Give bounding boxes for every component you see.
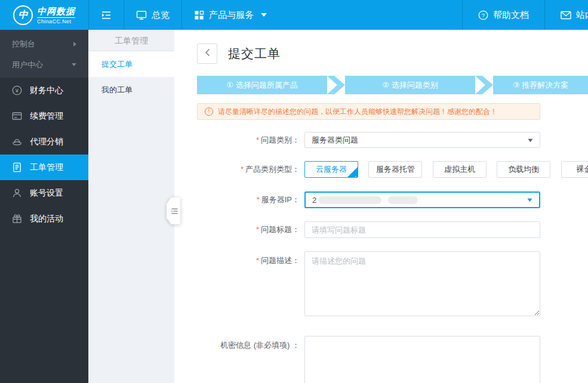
caret-down-icon bbox=[261, 13, 267, 17]
sidebar-item-user-center[interactable]: 用户中心 bbox=[0, 54, 88, 75]
required-mark: * bbox=[257, 195, 260, 204]
envelope-icon bbox=[561, 11, 571, 20]
sidebar-item-account[interactable]: 账号设置 bbox=[0, 180, 88, 206]
sidebar-top-section: 控制台 用户中心 bbox=[0, 30, 88, 78]
product-type-button-bare-metal[interactable]: 裸金属 bbox=[561, 161, 588, 178]
caret-down-icon: ▼ bbox=[527, 137, 534, 143]
sidebar-item-agent[interactable]: 代理分销 bbox=[0, 129, 88, 155]
primary-sidebar: 控制台 用户中心 ¥ 财务中心 bbox=[0, 30, 88, 383]
nav-item-overview[interactable]: 总览 bbox=[124, 0, 181, 30]
page-head: 提交工单 bbox=[197, 44, 281, 64]
notice-text: 请尽量清晰详尽的描述您的问题，以便工作人员能够快速帮您解决问题！感谢您的配合！ bbox=[218, 107, 497, 117]
brand[interactable]: 中 中网数据 ChinaCC.Net bbox=[0, 0, 88, 30]
notice-banner: ! 请尽量清晰详尽的描述您的问题，以便工作人员能够快速帮您解决问题！感谢您的配合… bbox=[197, 103, 540, 120]
document-icon bbox=[12, 162, 22, 172]
required-mark: * bbox=[256, 135, 259, 144]
person-icon bbox=[12, 188, 22, 198]
field-label: *问题标题： bbox=[174, 221, 300, 238]
secret-info-textarea[interactable] bbox=[304, 336, 540, 383]
field-label: 机密信息 (非必填项) ： bbox=[174, 336, 300, 351]
sidebar-item-label: 代理分销 bbox=[30, 137, 63, 147]
brand-logo-icon: 中 bbox=[13, 5, 33, 25]
nav-item-products[interactable]: 产品与服务 bbox=[181, 0, 279, 30]
secondary-sidebar: 工单管理 提交工单 我的工单 bbox=[88, 30, 174, 383]
category-select-value: 服务器类问题 bbox=[312, 135, 358, 146]
brand-text: 中网数据 ChinaCC.Net bbox=[37, 6, 75, 24]
page: 中 中网数据 ChinaCC.Net 总览 bbox=[0, 0, 588, 383]
nav-menu-toggle[interactable] bbox=[88, 0, 124, 30]
brand-title: 中网数据 bbox=[37, 6, 75, 18]
wizard-step-2: ② 选择问题类别 bbox=[345, 76, 475, 94]
nav-item-label: 站内 bbox=[576, 10, 588, 21]
chevron-left-icon bbox=[205, 48, 210, 59]
server-ip-value: 2 bbox=[312, 196, 316, 205]
category-select[interactable]: 服务器类问题 ▼ bbox=[304, 132, 540, 148]
sidebar-item-label: 用户中心 bbox=[12, 60, 43, 70]
nav-item-label: 帮助文档 bbox=[493, 10, 529, 21]
issue-title-input[interactable] bbox=[304, 221, 540, 238]
sidebar-item-console[interactable]: 控制台 bbox=[0, 33, 88, 54]
collapse-menu-icon bbox=[101, 11, 112, 20]
submenu-item-submit-ticket[interactable]: 提交工单 bbox=[88, 51, 174, 77]
nav-item-label: 总览 bbox=[152, 10, 170, 21]
sidebar-item-tickets[interactable]: 工单管理 bbox=[0, 155, 88, 180]
gift-icon bbox=[12, 214, 22, 224]
nav-item-site-mail[interactable]: 站内 bbox=[544, 0, 588, 30]
arrow-right-icon bbox=[73, 42, 76, 47]
sidebar-item-label: 续费管理 bbox=[30, 111, 63, 122]
sidebar-item-label: 账号设置 bbox=[30, 188, 63, 199]
field-label: *问题描述： bbox=[174, 251, 300, 266]
product-type-button-cloud-server[interactable]: 云服务器 ✓ bbox=[304, 161, 358, 178]
brand-subtitle: ChinaCC.Net bbox=[37, 18, 75, 24]
product-type-button-server-hosting[interactable]: 服务器托管 bbox=[368, 161, 422, 178]
field-label: *产品类别类型： bbox=[174, 161, 300, 178]
svg-text:¥: ¥ bbox=[15, 87, 19, 94]
nav-right-group: ? 帮助文档 站内 bbox=[462, 0, 588, 30]
submenu-collapse-wrap bbox=[167, 197, 180, 224]
monitor-icon bbox=[136, 10, 147, 20]
redacted-ip-block bbox=[388, 196, 418, 204]
sidebar-item-renewal[interactable]: 续费管理 bbox=[0, 103, 88, 129]
check-icon: ✓ bbox=[352, 175, 357, 178]
nav-item-help-docs[interactable]: ? 帮助文档 bbox=[462, 0, 544, 30]
sidebar-item-finance[interactable]: ¥ 财务中心 bbox=[0, 78, 88, 103]
top-nav: 中 中网数据 ChinaCC.Net 总览 bbox=[0, 0, 588, 30]
wizard-step-3: ③ 推荐解决方案 bbox=[493, 76, 588, 94]
wizard-arrow-icon bbox=[475, 76, 493, 94]
exclamation-circle-icon: ! bbox=[205, 107, 213, 116]
wizard-arrow-icon bbox=[327, 76, 345, 94]
svg-text:?: ? bbox=[482, 12, 485, 18]
issue-description-textarea[interactable] bbox=[304, 251, 540, 316]
submenu-collapse-handle[interactable] bbox=[167, 197, 180, 224]
sidebar-item-label: 工单管理 bbox=[30, 162, 63, 173]
wizard-step-1: ① 选择问题所属产品 bbox=[197, 76, 327, 94]
field-label: *服务器IP： bbox=[174, 192, 300, 208]
yen-circle-icon: ¥ bbox=[12, 85, 22, 95]
product-type-button-load-balancer[interactable]: 负载均衡 bbox=[497, 161, 550, 178]
submenu-item-my-tickets[interactable]: 我的工单 bbox=[88, 77, 174, 103]
page-title: 提交工单 bbox=[228, 45, 281, 62]
hat-icon bbox=[12, 137, 22, 147]
sidebar-item-label: 财务中心 bbox=[30, 85, 63, 96]
redacted-ip-block bbox=[318, 196, 381, 204]
required-mark: * bbox=[241, 165, 244, 174]
required-mark: * bbox=[256, 225, 259, 234]
wizard-steps: ① 选择问题所属产品 ② 选择问题类别 ③ 推荐解决方案 bbox=[197, 76, 588, 94]
sidebar-item-label: 我的活动 bbox=[30, 214, 63, 224]
grid-icon bbox=[194, 10, 204, 20]
card-icon bbox=[12, 111, 22, 121]
sidebar-item-label: 控制台 bbox=[12, 39, 35, 50]
caret-down-icon: ▼ bbox=[526, 197, 534, 203]
question-circle-icon: ? bbox=[478, 10, 488, 20]
arrow-down-icon bbox=[72, 63, 76, 66]
back-button[interactable] bbox=[197, 44, 217, 64]
submenu-header: 工单管理 bbox=[88, 30, 174, 51]
nav-item-label: 产品与服务 bbox=[209, 10, 254, 21]
sidebar-item-activities[interactable]: 我的活动 bbox=[0, 206, 88, 231]
field-label: *问题类别： bbox=[174, 132, 300, 148]
server-ip-select[interactable]: 2 ▼ bbox=[304, 192, 540, 208]
required-mark: * bbox=[256, 256, 259, 265]
product-type-button-virtual-host[interactable]: 虚拟主机 bbox=[433, 161, 487, 178]
main-content: 提交工单 ① 选择问题所属产品 ② 选择问题类别 ③ 推荐解决方案 ! 请尽量清… bbox=[174, 30, 588, 383]
hamburger-icon bbox=[169, 206, 178, 217]
